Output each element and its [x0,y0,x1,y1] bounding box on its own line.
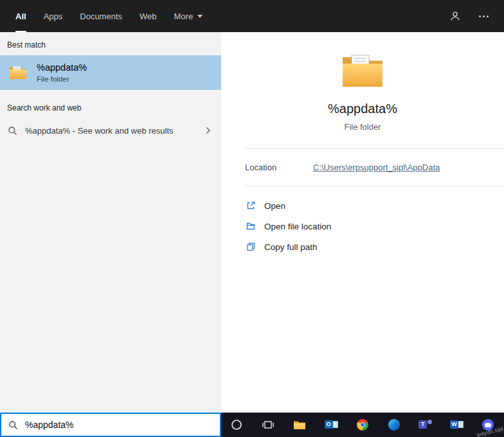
task-view-icon [262,420,274,429]
word-letter: W [450,420,458,429]
copy-icon [246,242,256,252]
action-open-label: Open [264,201,285,211]
outlook-letter: O [325,420,333,429]
discord-icon [482,419,494,431]
search-icon [8,420,18,430]
windows-search-window: All Apps Documents Web More [0,0,504,437]
search-icon [8,126,17,136]
action-copy-full-path[interactable]: Copy full path [246,236,504,257]
search-filter-bar: All Apps Documents Web More [0,0,504,32]
open-icon [246,201,256,211]
topbar-actions [449,0,492,32]
web-suggestion-item[interactable]: %appdata% - See work and web results [0,118,221,143]
teams-button[interactable]: T [413,413,438,437]
tab-more[interactable]: More [174,0,203,32]
best-match-subtitle: File folder [37,75,87,83]
word-icon: W [450,420,464,431]
action-copy-full-path-label: Copy full path [264,242,318,252]
file-explorer-button[interactable] [287,413,312,437]
location-label: Location [245,163,313,172]
tab-web-label: Web [140,12,157,21]
best-match-result[interactable]: %appdata% File folder [0,55,221,90]
word-button[interactable]: W [444,413,470,437]
cortana-button[interactable] [224,413,249,437]
filter-tabs: All Apps Documents Web More [15,0,203,32]
action-open[interactable]: Open [246,195,504,216]
teams-icon: T [419,420,432,431]
web-suggestion-label: %appdata% - See work and web results [25,126,174,136]
search-input[interactable] [25,420,192,430]
actions-list: Open Open file location [221,186,504,257]
best-match-header: Best match [0,32,221,55]
result-title: %appdata% [221,102,504,116]
result-subtitle: File folder [221,122,504,132]
user-account-icon[interactable] [449,10,461,22]
edge-icon [388,419,400,431]
search-work-web-header: Search work and web [0,95,221,118]
result-details-panel: %appdata% File folder Location C:\Users\… [221,32,504,413]
taskbar: O T W [221,413,504,437]
task-view-button[interactable] [255,413,281,437]
cortana-icon [231,419,242,431]
teams-letter: T [419,420,427,429]
more-options-icon[interactable] [479,15,489,17]
tab-documents-label: Documents [80,12,122,21]
tab-all-label: All [15,12,26,21]
results-list-panel: Best match [0,32,221,413]
location-row: Location C:\Users\erpsupport_sipl\AppDat… [221,149,504,186]
best-match-text: %appdata% File folder [37,62,87,83]
bottom-bar: O T W [0,413,504,437]
file-explorer-icon [293,420,306,430]
result-hero: %appdata% File folder [221,32,504,132]
chevron-down-icon [197,15,203,18]
tab-all[interactable]: All [15,0,26,32]
chevron-right-icon[interactable] [203,124,213,137]
tab-apps[interactable]: Apps [44,0,63,32]
tab-web[interactable]: Web [140,0,157,32]
tab-apps-label: Apps [44,12,63,21]
location-link[interactable]: C:\Users\erpsupport_sipl\AppData [313,163,440,172]
chrome-icon [357,419,368,431]
open-file-location-icon [246,221,256,231]
chrome-button[interactable] [350,413,375,437]
folder-icon [9,66,27,80]
best-match-title: %appdata% [37,62,87,73]
discord-button[interactable] [475,413,501,437]
outlook-button[interactable]: O [318,413,344,437]
tab-more-label: More [174,12,194,21]
tab-documents[interactable]: Documents [80,0,122,32]
action-open-file-location-label: Open file location [264,222,331,231]
search-box[interactable] [0,413,221,437]
edge-button[interactable] [381,413,407,437]
search-results-area: Best match [0,32,504,413]
teams-circle [428,420,432,424]
action-open-file-location[interactable]: Open file location [246,216,504,236]
outlook-icon: O [325,420,338,431]
folder-icon-large [341,54,384,89]
